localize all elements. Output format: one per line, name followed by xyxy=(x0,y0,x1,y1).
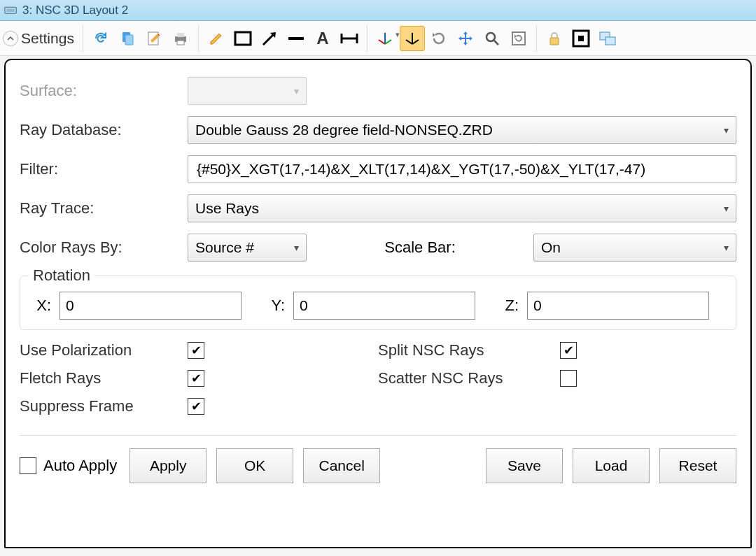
svg-line-16 xyxy=(385,40,391,44)
settings-panel: Surface: ▾ Ray Database: Double Gauss 28… xyxy=(4,59,752,548)
filter-label: Filter: xyxy=(20,160,188,178)
svg-line-21 xyxy=(494,41,498,45)
svg-line-15 xyxy=(379,40,385,44)
svg-rect-23 xyxy=(550,38,559,45)
rotation-legend: Rotation xyxy=(29,266,94,285)
chevron-down-icon: ▾ xyxy=(724,124,729,136)
windows-icon[interactable] xyxy=(595,26,620,51)
toolbar-separator xyxy=(198,25,199,52)
svg-rect-7 xyxy=(177,41,184,45)
arrow-icon[interactable] xyxy=(257,26,282,51)
apply-button[interactable]: Apply xyxy=(130,448,206,483)
svg-rect-1 xyxy=(6,8,15,12)
rot-z-label: Z: xyxy=(498,297,519,315)
svg-rect-27 xyxy=(606,37,615,45)
use-polarization-label: Use Polarization xyxy=(20,341,188,359)
toolbar-separator xyxy=(367,25,368,52)
reset-view-icon[interactable] xyxy=(506,26,531,51)
chevron-down-icon: ▾ xyxy=(294,242,299,253)
settings-label[interactable]: Settings xyxy=(21,30,78,47)
print-icon[interactable] xyxy=(168,26,193,51)
rot-z-input[interactable] xyxy=(527,292,709,320)
ray-trace-label: Ray Trace: xyxy=(20,199,188,218)
collapse-settings-icon[interactable] xyxy=(3,31,18,46)
ray-database-select[interactable]: Double Gauss 28 degree field-NONSEQ.ZRD … xyxy=(188,116,736,144)
fit-screen-icon[interactable] xyxy=(568,26,594,51)
rectangle-icon[interactable] xyxy=(230,26,255,51)
chevron-down-icon: ▾ xyxy=(294,85,299,97)
rot-x-label: X: xyxy=(30,297,51,315)
toolbar-separator xyxy=(536,25,537,52)
ray-trace-select[interactable]: Use Rays ▾ xyxy=(188,194,736,222)
line-icon[interactable] xyxy=(284,26,309,51)
edit-document-icon[interactable] xyxy=(141,26,167,51)
ok-button[interactable]: OK xyxy=(216,448,293,483)
rotation-fieldset: Rotation X: Y: Z: xyxy=(20,276,736,330)
split-nsc-checkbox[interactable] xyxy=(560,342,577,359)
scale-bar-select[interactable]: On ▾ xyxy=(533,234,736,262)
svg-line-18 xyxy=(406,40,412,44)
axes-3d-icon[interactable] xyxy=(400,26,425,51)
svg-line-19 xyxy=(412,40,419,44)
window-icon xyxy=(4,6,17,15)
color-rays-by-label: Color Rays By: xyxy=(20,238,188,257)
suppress-frame-label: Suppress Frame xyxy=(20,397,188,415)
rot-x-input[interactable] xyxy=(59,292,241,320)
svg-rect-22 xyxy=(512,32,525,45)
use-polarization-checkbox[interactable] xyxy=(188,342,204,359)
cancel-button[interactable]: Cancel xyxy=(303,448,380,483)
divider xyxy=(20,435,736,436)
split-nsc-label: Split NSC Rays xyxy=(378,341,560,359)
lock-icon[interactable] xyxy=(542,26,567,51)
scale-bar-label: Scale Bar: xyxy=(307,238,533,257)
zoom-icon[interactable] xyxy=(479,26,505,51)
color-rays-by-select[interactable]: Source # ▾ xyxy=(188,234,307,262)
window-title: 3: NSC 3D Layout 2 xyxy=(22,3,128,17)
ray-database-label: Ray Database: xyxy=(20,121,188,139)
text-a-icon[interactable]: A xyxy=(310,26,335,51)
svg-rect-6 xyxy=(177,33,184,37)
reset-button[interactable]: Reset xyxy=(659,448,736,483)
rot-y-label: Y: xyxy=(264,297,285,315)
axes-3d-color-icon[interactable] xyxy=(372,26,398,51)
button-row: Auto Apply Apply OK Cancel Save Load Res… xyxy=(20,448,736,483)
refresh-icon[interactable] xyxy=(88,26,113,51)
toolbar: Settings A ▾ xyxy=(0,21,756,56)
suppress-frame-checkbox[interactable] xyxy=(188,398,204,415)
window-titlebar: 3: NSC 3D Layout 2 xyxy=(0,0,756,21)
copy-icon[interactable] xyxy=(115,26,140,51)
scatter-nsc-label: Scatter NSC Rays xyxy=(378,369,560,387)
fletch-rays-label: Fletch Rays xyxy=(20,369,188,387)
pencil-icon[interactable] xyxy=(204,26,229,51)
svg-rect-3 xyxy=(125,35,133,45)
svg-rect-25 xyxy=(578,36,584,41)
filter-input[interactable] xyxy=(188,155,736,183)
chevron-down-icon: ▾ xyxy=(724,242,729,253)
fletch-rays-checkbox[interactable] xyxy=(188,370,204,387)
save-button[interactable]: Save xyxy=(486,448,563,483)
svg-point-20 xyxy=(486,33,495,41)
rotate-icon[interactable] xyxy=(426,26,451,51)
dimension-icon[interactable] xyxy=(337,26,362,51)
svg-rect-8 xyxy=(235,32,251,45)
chevron-down-icon: ▾ xyxy=(724,203,729,214)
load-button[interactable]: Load xyxy=(573,448,650,483)
rot-y-input[interactable] xyxy=(293,292,475,320)
move-arrows-icon[interactable] xyxy=(453,26,478,51)
auto-apply-label: Auto Apply xyxy=(43,457,117,475)
auto-apply-checkbox[interactable] xyxy=(20,457,36,474)
scatter-nsc-checkbox[interactable] xyxy=(560,370,577,387)
surface-select: ▾ xyxy=(188,77,307,105)
toolbar-separator xyxy=(83,25,83,52)
surface-label: Surface: xyxy=(20,82,188,100)
